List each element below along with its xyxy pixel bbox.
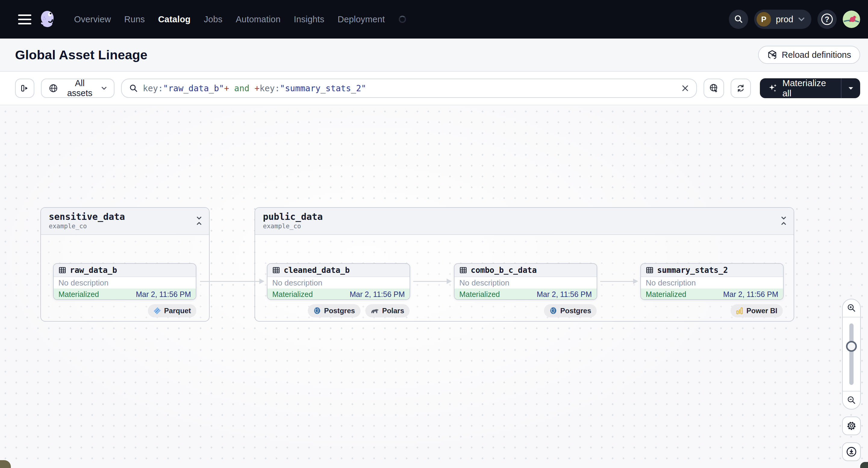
dagster-logo-icon[interactable] xyxy=(38,10,57,29)
gear-icon xyxy=(846,420,857,431)
tag-postgres[interactable]: Postgres xyxy=(544,304,597,317)
asset-search-input[interactable]: key:"raw_data_b"+ and +key:"summary_stat… xyxy=(121,79,697,98)
asset-name: summary_stats_2 xyxy=(657,266,728,275)
status-badge: Materialized xyxy=(646,290,686,299)
collapse-group-icon[interactable] xyxy=(195,216,203,227)
dagster-app: Overview Runs Catalog Jobs Automation In… xyxy=(0,0,868,468)
tag-label: Parquet xyxy=(164,307,191,315)
reload-cube-icon xyxy=(767,50,777,60)
nav-item-automation[interactable]: Automation xyxy=(236,14,281,24)
minimap-corner xyxy=(0,460,11,468)
refresh-icon xyxy=(736,84,745,93)
clear-search-button[interactable] xyxy=(681,84,689,92)
asset-description: No description xyxy=(268,277,410,288)
globe-icon xyxy=(49,84,58,93)
tag-polars[interactable]: Polars xyxy=(365,304,410,317)
asset-tags: Parquet xyxy=(148,304,196,317)
asset-tags: Postgres Polars xyxy=(308,304,410,317)
deployment-avatar: P xyxy=(756,12,771,27)
asset-node-combo-b-c-data[interactable]: combo_b_c_data No description Materializ… xyxy=(454,263,597,300)
nav-item-insights[interactable]: Insights xyxy=(293,14,324,24)
reload-definitions-button[interactable]: Reload definitions xyxy=(758,46,860,64)
tag-label: Power BI xyxy=(746,307,777,315)
close-icon xyxy=(681,84,689,92)
tag-parquet[interactable]: Parquet xyxy=(148,304,196,317)
asset-name: raw_data_b xyxy=(70,266,117,275)
nav-right: P prod ? xyxy=(729,10,860,29)
group-name: sensitive_data xyxy=(49,211,201,222)
materialization-timestamp: Mar 2, 11:56 PM xyxy=(350,290,405,299)
refresh-button[interactable] xyxy=(731,79,750,98)
asset-description: No description xyxy=(54,277,196,288)
asset-scope-dropdown[interactable]: All assets xyxy=(41,79,115,98)
search-query-text: key:"raw_data_b"+ and +key:"summary_stat… xyxy=(143,84,677,93)
primary-nav: Overview Runs Catalog Jobs Automation In… xyxy=(74,14,406,24)
collapse-group-icon[interactable] xyxy=(780,216,787,227)
asset-name: combo_b_c_data xyxy=(471,266,537,275)
polars-icon xyxy=(371,308,379,314)
asset-node-cleaned-data-b[interactable]: cleaned_data_b No description Materializ… xyxy=(267,263,410,300)
lineage-edge xyxy=(600,281,633,282)
search-icon xyxy=(129,84,138,93)
lineage-edge xyxy=(413,281,447,282)
tag-postgres[interactable]: Postgres xyxy=(308,304,361,317)
zoom-slider-thumb[interactable] xyxy=(846,341,857,352)
materialize-options-caret[interactable] xyxy=(841,87,860,90)
filter-scope-globe-button[interactable] xyxy=(704,79,724,98)
asset-status-row: Materialized Mar 2, 11:56 PM xyxy=(268,288,410,300)
page-title: Global Asset Lineage xyxy=(15,48,148,62)
materialize-all-label: Materialize all xyxy=(782,78,833,98)
zoom-out-button[interactable] xyxy=(843,392,860,409)
page-header: Global Asset Lineage Reload definitions xyxy=(0,38,868,72)
open-panel-button[interactable] xyxy=(15,79,34,98)
tag-label: Postgres xyxy=(560,307,591,315)
group-name: public_data xyxy=(263,211,786,222)
zoom-slider-track[interactable] xyxy=(849,323,854,385)
tag-label: Polars xyxy=(382,307,404,315)
lineage-canvas[interactable]: sensitive_data example_co public_data ex… xyxy=(0,106,868,468)
deployment-name: prod xyxy=(776,14,793,24)
status-badge: Materialized xyxy=(459,290,500,299)
zoom-controls xyxy=(842,299,861,410)
help-button[interactable]: ? xyxy=(817,10,837,29)
status-badge: Materialized xyxy=(272,290,313,299)
asset-status-row: Materialized Mar 2, 11:56 PM xyxy=(641,288,783,300)
nav-item-overview[interactable]: Overview xyxy=(74,14,111,24)
menu-icon[interactable] xyxy=(18,14,31,24)
group-owner: example_co xyxy=(263,223,786,230)
nav-item-jobs[interactable]: Jobs xyxy=(204,14,223,24)
materialization-timestamp: Mar 2, 11:56 PM xyxy=(723,290,778,299)
download-image-button[interactable] xyxy=(842,442,861,461)
status-badge: Materialized xyxy=(58,290,99,299)
powerbi-icon xyxy=(736,307,743,315)
table-icon xyxy=(646,266,654,274)
materialization-timestamp: Mar 2, 11:56 PM xyxy=(136,290,191,299)
search-icon xyxy=(734,14,743,24)
nav-item-runs[interactable]: Runs xyxy=(124,14,145,24)
parquet-icon xyxy=(153,307,161,315)
zoom-in-button[interactable] xyxy=(843,299,860,317)
asset-node-summary-stats-2[interactable]: summary_stats_2 No description Materiali… xyxy=(640,263,784,300)
asset-status-row: Materialized Mar 2, 11:56 PM xyxy=(455,288,597,300)
asset-node-raw-data-b[interactable]: raw_data_b No description Materialized M… xyxy=(53,263,196,300)
tag-label: Postgres xyxy=(324,307,355,315)
materialize-all-button[interactable]: Materialize all xyxy=(760,78,860,98)
postgres-icon xyxy=(549,307,557,315)
graph-settings-button[interactable] xyxy=(842,416,861,435)
nav-item-catalog[interactable]: Catalog xyxy=(158,14,191,24)
download-icon xyxy=(845,446,858,458)
tag-power-bi[interactable]: Power BI xyxy=(731,304,783,317)
user-avatar[interactable] xyxy=(843,10,860,28)
loading-spinner-icon xyxy=(399,15,406,23)
table-icon xyxy=(272,266,280,274)
nav-item-deployment[interactable]: Deployment xyxy=(338,14,385,24)
asset-tags: Postgres xyxy=(544,304,597,317)
asset-description: No description xyxy=(641,277,783,288)
search-button[interactable] xyxy=(729,10,748,29)
zoom-in-icon xyxy=(847,303,856,313)
asset-node-header: combo_b_c_data xyxy=(455,264,597,277)
group-header: public_data example_co xyxy=(255,208,794,235)
zoom-out-icon xyxy=(847,396,856,405)
asset-description: No description xyxy=(455,277,597,288)
deployment-switcher[interactable]: P prod xyxy=(754,10,811,29)
